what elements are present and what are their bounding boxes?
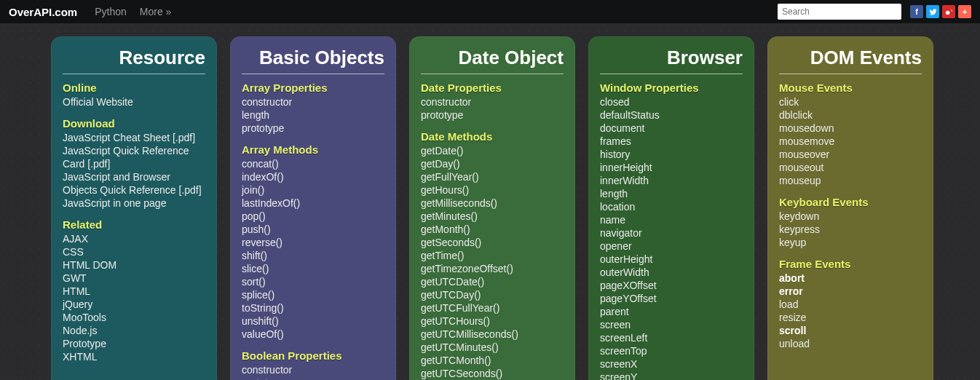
- list-item[interactable]: innerHeight: [600, 161, 743, 174]
- list-item[interactable]: screenLeft: [600, 331, 743, 344]
- list-item[interactable]: load: [779, 298, 922, 311]
- list-item[interactable]: concat(): [242, 157, 384, 170]
- list-item[interactable]: indexOf(): [242, 170, 384, 183]
- list-item[interactable]: Prototype: [63, 337, 205, 350]
- list-item[interactable]: push(): [242, 223, 384, 236]
- list-item[interactable]: name: [600, 213, 743, 226]
- list-item[interactable]: mouseout: [779, 161, 922, 174]
- list-item[interactable]: getMilliseconds(): [421, 197, 564, 210]
- list-item[interactable]: splice(): [242, 288, 384, 301]
- list-item[interactable]: screenY: [600, 371, 743, 380]
- list-item[interactable]: JavaScript in one page: [63, 197, 205, 210]
- list-item[interactable]: lastIndexOf(): [242, 197, 384, 210]
- list-item[interactable]: length: [600, 187, 743, 200]
- list-item[interactable]: JavaScript Cheat Sheet [.pdf]: [63, 131, 205, 144]
- nav-python[interactable]: Python: [95, 6, 127, 17]
- list-item[interactable]: reverse(): [242, 236, 384, 249]
- list-item[interactable]: closed: [600, 95, 743, 108]
- list-item[interactable]: keyup: [779, 236, 922, 249]
- list-item[interactable]: outerHeight: [600, 253, 743, 266]
- list-item[interactable]: screenTop: [600, 344, 743, 357]
- list-item[interactable]: parent: [600, 305, 743, 318]
- list-item[interactable]: getFullYear(): [421, 170, 564, 183]
- list-item[interactable]: getSeconds(): [421, 236, 564, 249]
- twitter-icon[interactable]: [926, 5, 939, 18]
- list-item[interactable]: prototype: [421, 108, 564, 122]
- list-item[interactable]: Node.js: [63, 324, 205, 337]
- weibo-icon[interactable]: [942, 5, 955, 18]
- list-item[interactable]: mousemove: [779, 135, 922, 148]
- list-item[interactable]: JavaScript and Browser Objects Quick Ref…: [63, 170, 205, 197]
- nav-more[interactable]: More »: [140, 6, 172, 17]
- facebook-icon[interactable]: f: [910, 5, 923, 18]
- list-item[interactable]: location: [600, 200, 743, 213]
- list-item[interactable]: getUTCMinutes(): [421, 341, 564, 354]
- list-item[interactable]: screen: [600, 318, 743, 331]
- list-item[interactable]: getDay(): [421, 157, 564, 170]
- list-item[interactable]: Official Website: [63, 95, 205, 108]
- list-item[interactable]: prototype: [242, 122, 384, 135]
- list-item[interactable]: pageYOffset: [600, 292, 743, 305]
- list-item[interactable]: error: [779, 285, 922, 298]
- list-item[interactable]: navigator: [600, 226, 743, 240]
- list-item[interactable]: click: [779, 95, 922, 108]
- list-item[interactable]: getUTCFullYear(): [421, 301, 564, 314]
- list-item[interactable]: getUTCSeconds(): [421, 367, 564, 380]
- list-item[interactable]: opener: [600, 240, 743, 253]
- list-item[interactable]: mousedown: [779, 122, 922, 135]
- list-item[interactable]: keydown: [779, 210, 922, 223]
- list-item[interactable]: prototype: [242, 376, 384, 380]
- list-item[interactable]: getMinutes(): [421, 210, 564, 223]
- list-item[interactable]: jQuery: [63, 298, 205, 311]
- list-item[interactable]: getHours(): [421, 183, 564, 197]
- list-item[interactable]: innerWidth: [600, 174, 743, 187]
- list-item[interactable]: XHTML: [63, 350, 205, 363]
- list-item[interactable]: outerWidth: [600, 266, 743, 279]
- list-item[interactable]: shift(): [242, 249, 384, 262]
- list-item[interactable]: getMonth(): [421, 223, 564, 236]
- list-item[interactable]: valueOf(): [242, 328, 384, 341]
- list-item[interactable]: constructor: [242, 363, 384, 376]
- addthis-icon[interactable]: +: [958, 5, 971, 18]
- list-item[interactable]: HTML DOM: [63, 258, 205, 272]
- list-item[interactable]: screenX: [600, 357, 743, 371]
- list-item[interactable]: keypress: [779, 223, 922, 236]
- list-item[interactable]: getUTCMilliseconds(): [421, 328, 564, 341]
- list-item[interactable]: AJAX: [63, 232, 205, 245]
- list-item[interactable]: constructor: [421, 95, 564, 108]
- list-item[interactable]: getTimezoneOffset(): [421, 262, 564, 275]
- list-item[interactable]: length: [242, 108, 384, 122]
- list-item[interactable]: toString(): [242, 301, 384, 314]
- list-item[interactable]: pageXOffset: [600, 279, 743, 292]
- list-item[interactable]: history: [600, 148, 743, 161]
- list-item[interactable]: getUTCDay(): [421, 288, 564, 301]
- list-item[interactable]: mouseup: [779, 174, 922, 187]
- list-item[interactable]: mouseover: [779, 148, 922, 161]
- list-item[interactable]: slice(): [242, 262, 384, 275]
- list-item[interactable]: dblclick: [779, 108, 922, 122]
- list-item[interactable]: MooTools: [63, 311, 205, 324]
- list-item[interactable]: HTML: [63, 285, 205, 298]
- list-item[interactable]: getUTCDate(): [421, 275, 564, 288]
- list-item[interactable]: defaultStatus: [600, 108, 743, 122]
- list-item[interactable]: scroll: [779, 324, 922, 337]
- list-item[interactable]: GWT: [63, 272, 205, 285]
- list-item[interactable]: unshift(): [242, 314, 384, 328]
- list-item[interactable]: resize: [779, 311, 922, 324]
- list-item[interactable]: getTime(): [421, 249, 564, 262]
- list-item[interactable]: sort(): [242, 275, 384, 288]
- brand[interactable]: OverAPI.com: [9, 6, 77, 18]
- list-item[interactable]: getDate(): [421, 144, 564, 157]
- search-input[interactable]: [778, 4, 901, 20]
- list-item[interactable]: pop(): [242, 210, 384, 223]
- list-item[interactable]: constructor: [242, 95, 384, 108]
- list-item[interactable]: unload: [779, 337, 922, 350]
- list-item[interactable]: join(): [242, 183, 384, 197]
- list-item[interactable]: document: [600, 122, 743, 135]
- list-item[interactable]: CSS: [63, 245, 205, 258]
- list-item[interactable]: getUTCMonth(): [421, 354, 564, 367]
- list-item[interactable]: getUTCHours(): [421, 314, 564, 328]
- list-item[interactable]: frames: [600, 135, 743, 148]
- list-item[interactable]: JavaScript Quick Reference Card [.pdf]: [63, 144, 205, 170]
- list-item[interactable]: abort: [779, 272, 922, 285]
